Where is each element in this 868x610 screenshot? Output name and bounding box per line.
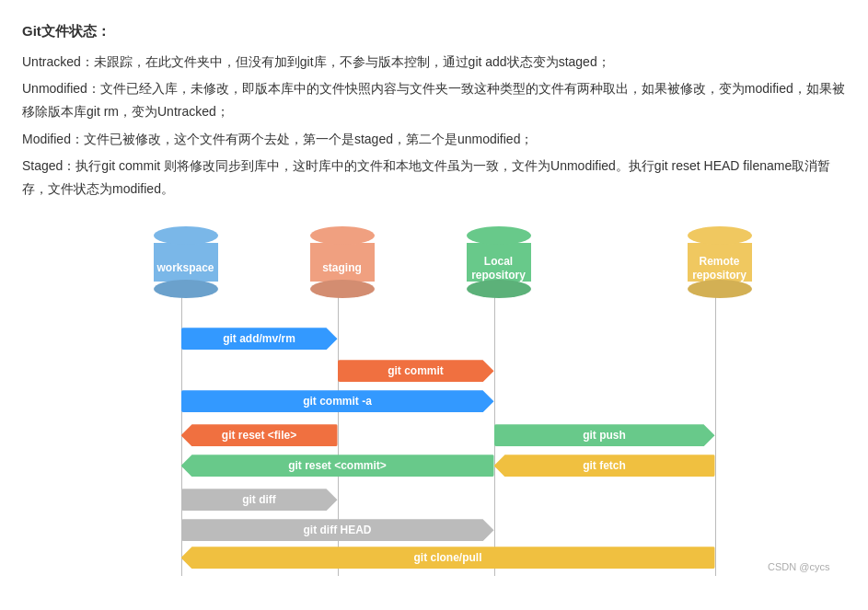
arrow-label-1: git commit xyxy=(388,364,444,377)
paragraph: Unmodified：文件已经入库，未修改，即版本库中的文件快照内容与文件夹一致… xyxy=(22,77,846,123)
arrow-5: git reset <commit> xyxy=(181,455,494,477)
column-line-remote xyxy=(715,291,716,576)
arrow-label-8: git diff HEAD xyxy=(304,524,372,536)
arrow-4: git push xyxy=(494,424,715,446)
cylinder-remote: Remote repository xyxy=(683,226,757,298)
cylinder-label-workspace: workspace xyxy=(156,261,214,276)
arrow-label-7: git diff xyxy=(242,493,276,506)
paragraph: Untracked：未跟踪，在此文件夹中，但没有加到git库，不参与版本控制，通… xyxy=(22,51,846,74)
cylinder-label-remote: Remote repository xyxy=(688,255,752,283)
arrow-label-0: git add/mv/rm xyxy=(223,332,295,345)
arrow-0: git add/mv/rm xyxy=(181,328,338,350)
cylinder-local: Local repository xyxy=(462,226,536,298)
arrow-3: git reset <file> xyxy=(181,424,338,446)
arrow-6: git fetch xyxy=(494,455,715,477)
arrow-8: git diff HEAD xyxy=(181,519,494,541)
arrow-label-4: git push xyxy=(583,429,626,442)
diagram-area: CSDN @cycs workspacestagingLocal reposit… xyxy=(39,217,830,576)
arrow-label-3: git reset <file> xyxy=(222,429,296,442)
footer-credit: CSDN @cycs xyxy=(768,561,829,572)
arrow-7: git diff xyxy=(181,489,338,511)
text-section: Git文件状态： Untracked：未跟踪，在此文件夹中，但没有加到git库，… xyxy=(22,18,846,201)
cylinder-staging: staging xyxy=(306,226,379,298)
cylinder-label-local: Local repository xyxy=(467,255,531,283)
paragraph: Modified：文件已被修改，这个文件有两个去处，第一个是staged，第二个… xyxy=(22,128,846,151)
paragraph: Staged：执行git commit 则将修改同步到库中，这时库中的文件和本地… xyxy=(22,155,846,201)
arrow-label-9: git clone/pull xyxy=(414,551,482,564)
arrow-label-5: git reset <commit> xyxy=(288,459,387,472)
cylinder-label-staging: staging xyxy=(322,261,362,276)
arrow-label-6: git fetch xyxy=(583,459,626,472)
arrow-2: git commit -a xyxy=(181,390,494,412)
cylinder-workspace: workspace xyxy=(149,226,223,298)
arrow-label-2: git commit -a xyxy=(303,395,372,408)
arrow-9: git clone/pull xyxy=(181,547,715,569)
section-title: Git文件状态： xyxy=(22,18,846,43)
arrow-1: git commit xyxy=(338,360,494,382)
